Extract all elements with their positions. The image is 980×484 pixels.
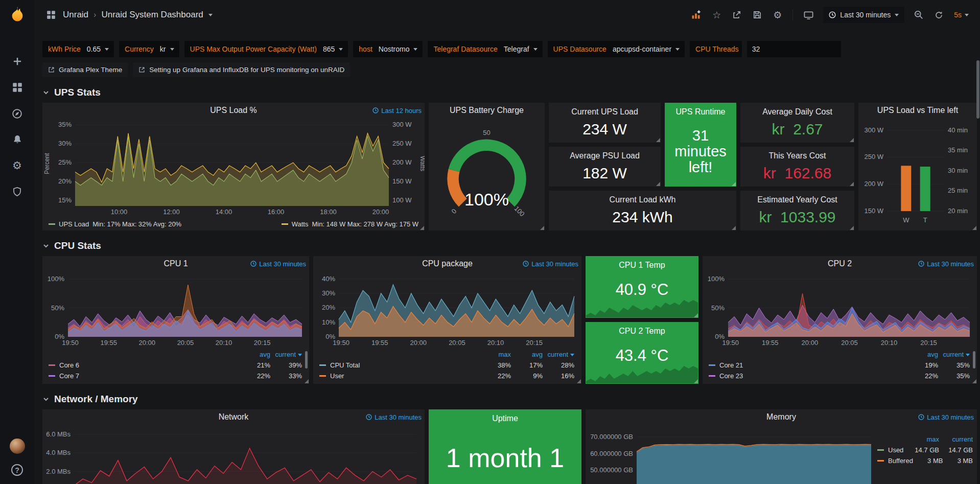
legend-item[interactable]: UPS Load Min: 17% Max: 32% Avg: 20% — [49, 220, 181, 228]
network-chart[interactable]: 2.0 MBs4.0 MBs6.0 MBs — [42, 425, 425, 484]
panel-time-range[interactable]: Last 30 minutes — [366, 409, 422, 425]
panel-resize-handle[interactable] — [850, 138, 854, 142]
panel-title[interactable]: Average PSU Load — [549, 147, 661, 160]
refresh-interval-picker[interactable]: 5s — [950, 7, 973, 23]
panel-title[interactable]: Uptime — [429, 409, 581, 423]
panel-title[interactable]: Average Daily Cost — [740, 103, 854, 117]
panel-resize-handle[interactable] — [850, 226, 854, 230]
cycle-view-monitor-icon[interactable] — [799, 6, 818, 24]
legend-header[interactable]: max — [905, 435, 939, 443]
panel-title[interactable]: Memory — [766, 412, 796, 422]
apps-grid-icon[interactable] — [44, 6, 58, 24]
panel-title[interactable]: UPS Battery Charge — [450, 106, 524, 115]
add-panel-icon[interactable] — [686, 6, 706, 24]
variable-telegraf-datasource[interactable]: Telegraf Datasource Telegraf — [428, 41, 542, 57]
ups-load-chart[interactable]: 15%20%25%30%35%100 W150 W200 W250 W300 W… — [42, 118, 425, 217]
panel-resize-handle[interactable] — [656, 182, 660, 186]
legend-header[interactable]: avg — [239, 351, 270, 358]
panel-title[interactable]: Current UPS Load — [549, 103, 661, 117]
page-scrollbar[interactable] — [976, 60, 979, 119]
legend-header-sorted[interactable]: current — [270, 351, 302, 358]
save-icon[interactable] — [748, 6, 766, 24]
panel-resize-handle[interactable] — [732, 226, 736, 230]
panel-resize-handle[interactable] — [694, 313, 698, 317]
panel-title[interactable]: This Years Cost — [740, 147, 854, 160]
variable-ups-max-output[interactable]: UPS Max Output Power Capacity (Watt) 865 — [184, 41, 348, 57]
panel-title[interactable]: Current Load kWh — [549, 191, 736, 204]
panel-title[interactable]: CPU 1 Temp — [586, 256, 698, 270]
memory-chart[interactable]: 50.000000 GB60.000000 GB70.000000 GB — [586, 425, 877, 484]
create-plus-icon[interactable] — [11, 55, 24, 67]
panel-resize-handle[interactable] — [972, 379, 976, 383]
legend-header[interactable]: current — [939, 435, 973, 443]
explore-compass-icon[interactable] — [11, 107, 24, 120]
panel-resize-handle[interactable] — [577, 379, 581, 383]
panel-title[interactable]: CPU 2 Temp — [586, 322, 698, 336]
panel-time-range[interactable]: Last 30 minutes — [918, 256, 974, 271]
cpu-1-chart[interactable]: 0%50%100%19:5019:5520:0020:0520:1020:15 — [42, 271, 309, 348]
grafana-logo[interactable] — [0, 0, 34, 30]
panel-resize-handle[interactable] — [656, 138, 660, 142]
server-admin-shield-icon[interactable] — [11, 186, 24, 198]
settings-gear-icon[interactable]: ⚙ — [768, 6, 786, 24]
panel-resize-handle[interactable] — [540, 226, 544, 230]
variable-kwh-price[interactable]: kWh Price 0.65 — [42, 41, 114, 57]
section-title: CPU Stats — [54, 240, 101, 251]
dashboard-link-ups-monitoring[interactable]: Setting up Grafana and InfluxDB for UPS … — [133, 62, 350, 77]
legend-header-sorted[interactable]: current — [543, 351, 574, 358]
section-header-network-memory[interactable]: Network / Memory — [42, 394, 138, 405]
panel-title[interactable]: CPU package — [422, 259, 473, 268]
ups-battery-gauge[interactable]: 050100100% — [429, 118, 545, 231]
panel-resize-handle[interactable] — [694, 379, 698, 383]
legend-scrollbar[interactable] — [973, 351, 975, 368]
time-range-picker[interactable]: Last 30 minutes — [823, 7, 904, 23]
panel-title[interactable]: CPU 1 — [164, 259, 188, 268]
ups-load-vs-time-bar-chart[interactable]: 150 W200 W250 W300 W20 min25 min30 min35… — [858, 118, 977, 231]
star-icon[interactable]: ☆ — [708, 6, 726, 24]
panel-title[interactable]: UPS Load vs Time left — [877, 106, 958, 115]
alerting-bell-icon[interactable] — [11, 133, 24, 146]
dashboards-icon[interactable] — [11, 81, 24, 94]
panel-title[interactable]: UPS Load % — [210, 106, 257, 115]
panel-time-range[interactable]: Last 30 minutes — [918, 409, 974, 425]
chevron-down-icon[interactable] — [208, 14, 213, 18]
share-icon[interactable] — [728, 6, 746, 24]
panel-resize-handle[interactable] — [972, 226, 976, 230]
zoom-out-icon[interactable] — [909, 6, 928, 24]
panel-resize-handle[interactable] — [732, 182, 736, 186]
cpu-package-chart[interactable]: 0%10%20%30%40%19:5019:5520:0020:0520:102… — [313, 271, 581, 348]
legend-header[interactable]: max — [479, 351, 511, 358]
help-icon[interactable] — [11, 464, 23, 476]
cpu-threads-input[interactable]: 32 — [747, 41, 841, 57]
user-avatar[interactable] — [10, 439, 25, 454]
panel-resize-handle[interactable] — [850, 182, 854, 186]
series-color-marker — [49, 364, 55, 366]
panel-time-range[interactable]: Last 30 minutes — [523, 256, 578, 271]
refresh-icon[interactable] — [930, 6, 948, 24]
legend-header[interactable]: avg — [906, 351, 938, 358]
breadcrumb-app[interactable]: Unraid — [63, 10, 88, 20]
svg-text:Percent: Percent — [43, 153, 51, 174]
legend-scrollbar[interactable] — [305, 351, 308, 368]
variable-ups-datasource[interactable]: UPS Datasource apcupsd-container — [548, 41, 685, 57]
panel-title[interactable]: CPU 2 — [828, 259, 852, 268]
legend-item[interactable]: Watts Min: 148 W Max: 278 W Avg: 175 W — [282, 220, 418, 228]
cpu-2-chart[interactable]: 0%50%100%19:5019:5520:0020:0520:1020:15 — [703, 271, 977, 348]
legend-header[interactable]: avg — [511, 351, 543, 358]
configuration-gear-icon[interactable]: ⚙ — [11, 159, 24, 172]
panel-title[interactable]: UPS Runtime — [665, 103, 736, 117]
section-header-ups-stats[interactable]: UPS Stats — [42, 87, 101, 98]
panel-resize-handle[interactable] — [420, 226, 424, 230]
panel-time-range[interactable]: Last 30 minutes — [250, 256, 306, 271]
panel-resize-handle[interactable] — [305, 379, 309, 383]
svg-text:19:50: 19:50 — [333, 339, 349, 347]
section-header-cpu-stats[interactable]: CPU Stats — [42, 240, 101, 251]
variable-host[interactable]: host Nostromo — [353, 41, 423, 57]
dashboard-link-plex-theme[interactable]: Grafana Plex Theme — [42, 62, 128, 77]
variable-currency[interactable]: Currency kr — [119, 41, 179, 57]
dashboard-title[interactable]: Unraid System Dashboard — [101, 10, 203, 20]
panel-title[interactable]: Network — [219, 412, 249, 422]
legend-header-sorted[interactable]: current — [938, 351, 970, 358]
panel-title[interactable]: Estimated Yearly Cost — [740, 191, 854, 204]
panel-time-range[interactable]: Last 12 hours — [372, 103, 422, 118]
